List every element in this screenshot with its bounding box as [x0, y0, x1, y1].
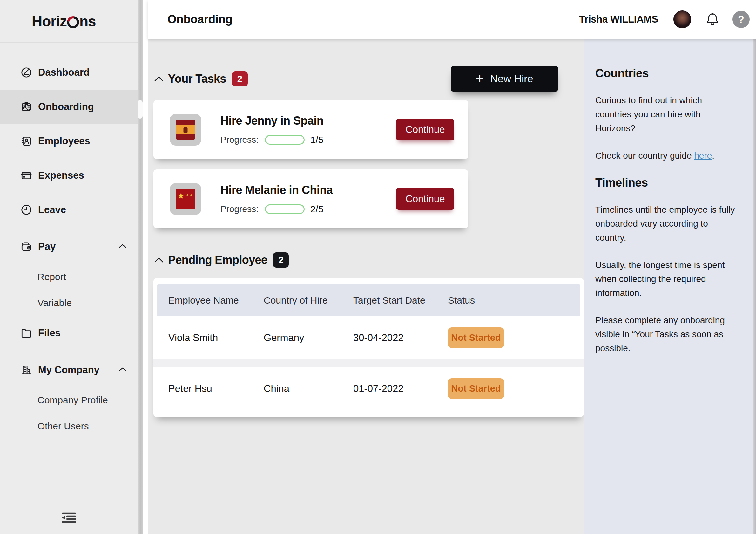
sidebar-item-label: Company Profile — [38, 395, 108, 406]
cell-country-of-hire: China — [264, 383, 353, 394]
column-header-employee-name: Employee Name — [168, 295, 264, 306]
sidebar-item-label: My Company — [38, 364, 99, 376]
star-icon: ★ — [177, 192, 184, 200]
sidebar-item-employees[interactable]: Employees — [0, 124, 138, 158]
timelines-paragraph-1: Timelines until the employee is fully on… — [595, 203, 737, 245]
cell-target-start-date: 30-04-2022 — [353, 332, 448, 344]
sidebar-item-report[interactable]: Report — [0, 264, 138, 290]
info-panel: Countries Curious to find out in which c… — [584, 39, 756, 534]
column-header-target-start-date: Target Start Date — [353, 295, 448, 306]
onboarding-icon — [20, 101, 32, 113]
task-body: Hire Jenny in Spain Progress: 1/5 — [221, 114, 324, 145]
pending-count-badge: 2 — [273, 252, 289, 267]
continue-button[interactable]: Continue — [396, 119, 454, 140]
pending-employee-table: Employee Name Country of Hire Target Sta… — [153, 278, 584, 417]
table-row[interactable]: Viola Smith Germany 30-04-2022 Not Start… — [153, 316, 584, 359]
bell-icon — [705, 12, 720, 27]
sidebar-item-expenses[interactable]: Expenses — [0, 158, 138, 193]
progress-row: Progress: 2/5 — [221, 204, 333, 214]
country-guide-period: . — [712, 151, 715, 160]
progress-bar — [265, 135, 305, 145]
task-title: Hire Jenny in Spain — [221, 114, 324, 127]
timelines-heading: Timelines — [595, 176, 737, 189]
sidebar-item-label: Onboarding — [38, 101, 94, 113]
chevron-up-icon — [153, 75, 164, 82]
spain-flag-icon — [176, 120, 195, 140]
collapse-sidebar-button[interactable] — [59, 509, 79, 526]
content-area: Your Tasks 2 + New Hire Hire Jenny in Sp… — [148, 39, 756, 534]
status-badge: Not Started — [448, 378, 504, 399]
sidebar-item-label: Variable — [38, 297, 72, 308]
sidebar-item-onboarding[interactable]: Onboarding — [0, 90, 138, 124]
task-card: Hire Jenny in Spain Progress: 1/5 Contin… — [153, 100, 468, 159]
china-flag-icon: ★ ★★ — [176, 189, 195, 209]
notifications-button[interactable] — [705, 12, 720, 27]
collapse-sidebar-icon — [61, 511, 77, 524]
leave-clock-icon — [20, 204, 32, 216]
your-tasks-count-badge: 2 — [232, 71, 248, 86]
sidebar-item-dashboard[interactable]: Dashboard — [0, 55, 138, 90]
dashboard-icon — [20, 67, 32, 78]
page-scrollbar[interactable] — [753, 0, 756, 534]
sidebar-item-label: Report — [38, 271, 66, 282]
task-body: Hire Melanie in China Progress: 2/5 — [221, 183, 333, 214]
cell-employee-name: Peter Hsu — [168, 383, 264, 394]
pending-employee-header: Pending Employee 2 — [153, 247, 584, 273]
sidebar: Horizns Dashboard Onboarding Employees — [0, 0, 138, 534]
sidebar-item-label: Employees — [38, 135, 90, 147]
sidebar-item-company-profile[interactable]: Company Profile — [0, 387, 138, 413]
main-area: Onboarding Trisha WILLIAMS ? — [148, 0, 756, 534]
table-header-row: Employee Name Country of Hire Target Sta… — [157, 285, 580, 316]
column-header-country-of-hire: Country of Hire — [264, 295, 353, 306]
country-guide-link[interactable]: here — [694, 151, 712, 160]
sidebar-scrollbar-track[interactable] — [138, 0, 143, 534]
sidebar-item-files[interactable]: Files — [0, 316, 138, 350]
progress-value: 2/5 — [310, 204, 324, 214]
logo-o-icon — [65, 14, 82, 31]
chevron-up-icon — [153, 257, 164, 264]
country-guide-text: Check our country guide — [595, 151, 694, 160]
task-card: ★ ★★ Hire Melanie in China Progress: 2/5… — [153, 169, 468, 228]
horizons-logo: Horizns — [0, 0, 138, 42]
logo-text-right: ns — [79, 13, 96, 30]
sidebar-item-label: Dashboard — [38, 67, 90, 78]
sidebar-scrollbar-thumb[interactable] — [138, 100, 143, 119]
continue-button[interactable]: Continue — [396, 188, 454, 210]
employees-icon — [20, 135, 32, 147]
user-name: Trisha WILLIAMS — [579, 14, 658, 25]
status-badge: Not Started — [448, 327, 504, 348]
pending-employee-title: Pending Employee — [168, 253, 267, 267]
files-folder-icon — [20, 327, 32, 339]
user-avatar[interactable] — [673, 11, 691, 28]
sidebar-item-pay[interactable]: Pay — [0, 230, 138, 264]
progress-value: 1/5 — [310, 134, 324, 145]
collapse-pending-caret[interactable] — [153, 257, 168, 264]
help-button[interactable]: ? — [733, 11, 750, 28]
chevron-up-icon — [119, 243, 127, 250]
sidebar-item-variable[interactable]: Variable — [0, 290, 138, 316]
countries-paragraph: Curious to find out in which countries y… — [595, 94, 737, 135]
progress-bar — [265, 204, 305, 214]
table-row[interactable]: Peter Hsu China 01-07-2022 Not Started — [153, 367, 584, 410]
sidebar-item-label: Leave — [38, 204, 66, 215]
timelines-paragraph-2: Usually, the longest time is spent when … — [595, 258, 737, 300]
progress-label: Progress: — [221, 204, 258, 214]
countries-heading: Countries — [595, 67, 737, 80]
center-column: Your Tasks 2 + New Hire Hire Jenny in Sp… — [148, 39, 584, 534]
star-icon: ★★ — [186, 193, 194, 197]
sidebar-item-label: Expenses — [38, 170, 84, 181]
logo-text-left: Horiz — [32, 13, 67, 30]
sidebar-item-other-users[interactable]: Other Users — [0, 413, 138, 439]
task-title: Hire Melanie in China — [221, 183, 333, 197]
sidebar-item-leave[interactable]: Leave — [0, 193, 138, 227]
chevron-up-icon — [119, 367, 127, 373]
flag-container: ★ ★★ — [170, 183, 202, 215]
new-hire-button[interactable]: + New Hire — [451, 66, 558, 92]
your-tasks-title: Your Tasks — [168, 72, 226, 86]
column-header-status: Status — [448, 295, 580, 306]
new-hire-label: New Hire — [490, 73, 533, 85]
collapse-your-tasks-caret[interactable] — [153, 75, 168, 82]
app-root: Horizns Dashboard Onboarding Employees — [0, 0, 756, 534]
sidebar-item-my-company[interactable]: My Company — [0, 353, 138, 387]
country-guide-paragraph: Check our country guide here. — [595, 149, 737, 163]
